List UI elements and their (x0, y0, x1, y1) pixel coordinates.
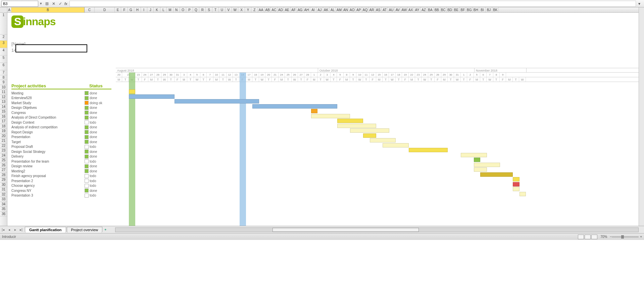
row-header-28[interactable]: 28 (0, 173, 7, 178)
row-header-15[interactable]: 15 (0, 109, 7, 114)
row-header-13[interactable]: 13 (0, 99, 7, 105)
sheet-tab[interactable]: Gantt planification (25, 227, 66, 233)
col-header-AN[interactable]: AN (343, 7, 349, 12)
row-header-21[interactable]: 21 (0, 138, 7, 143)
row-header-26[interactable]: 26 (0, 163, 7, 168)
activity-row[interactable]: Analysis of Direct Competitiondone (11, 115, 111, 120)
row-header-23[interactable]: 23 (0, 148, 7, 153)
col-header-BA[interactable]: BA (427, 7, 434, 12)
activity-row[interactable]: Meeting2done (11, 169, 111, 174)
activity-row[interactable]: Presentation 2todo (11, 178, 111, 183)
col-header-AG[interactable]: AG (297, 7, 303, 12)
hscroll-thumb[interactable] (273, 228, 419, 232)
gantt-bar[interactable] (252, 104, 337, 109)
activity-row[interactable]: Market Studydoing ok (11, 100, 111, 106)
row-header-6[interactable]: 6 (0, 63, 7, 70)
col-header-AH[interactable]: AH (303, 7, 310, 12)
col-header-BE[interactable]: BE (453, 7, 459, 12)
col-header-AY[interactable]: AY (414, 7, 420, 12)
col-header-BC[interactable]: BC (440, 7, 447, 12)
formula-expand-icon[interactable]: ▾ (636, 1, 643, 6)
activity-row[interactable]: Enterview528done (11, 96, 111, 101)
name-box[interactable]: B3 (1, 1, 38, 7)
tab-nav-3[interactable]: ▸| (18, 228, 24, 232)
row-header-4[interactable]: 4 (0, 48, 7, 55)
vertical-scrollbar[interactable] (639, 7, 644, 226)
accept-icon[interactable]: ✓ (57, 1, 64, 6)
col-header-AS[interactable]: AS (375, 7, 382, 12)
col-header-AC[interactable]: AC (271, 7, 277, 12)
col-header-S[interactable]: S (206, 7, 212, 12)
zoom-in-icon[interactable]: + (640, 235, 642, 239)
gantt-bar[interactable] (175, 99, 259, 103)
activity-row[interactable]: Analysis of indirect competitiondone (11, 125, 111, 130)
activity-row[interactable]: Design Contexttodo (11, 120, 111, 125)
row-header-1[interactable]: 1 (0, 13, 7, 35)
activity-row[interactable]: Choose agencytodo (11, 183, 111, 189)
name-box-dropdown-icon[interactable]: ▾ (38, 1, 44, 6)
row-header-14[interactable]: 14 (0, 105, 7, 110)
activity-row[interactable]: Meetingdone (11, 91, 111, 96)
row-header-33[interactable]: 33 (0, 197, 7, 202)
row-header-16[interactable]: 16 (0, 114, 7, 119)
add-sheet-icon[interactable]: ✦ (102, 228, 108, 232)
row-header-2[interactable]: 2 (0, 35, 7, 41)
row-header-19[interactable]: 19 (0, 129, 7, 134)
gantt-bar[interactable] (350, 128, 389, 133)
row-header-7[interactable]: 7 (0, 70, 7, 75)
col-header-AP[interactable]: AP (355, 7, 362, 12)
activity-row[interactable]: Congress NYdone (11, 188, 111, 193)
activity-row[interactable]: Deliverydone (11, 154, 111, 159)
col-header-AV[interactable]: AV (395, 7, 401, 12)
row-header-29[interactable]: 29 (0, 177, 7, 182)
activity-row[interactable]: Presentation for the teamtodo (11, 159, 111, 164)
row-header-5[interactable]: 5 (0, 55, 7, 63)
col-header-AK[interactable]: AK (323, 7, 330, 12)
activity-row[interactable]: Presentation 3todo (11, 193, 111, 198)
col-header-Q[interactable]: Q (193, 7, 199, 12)
col-header-BJ[interactable]: BJ (486, 7, 492, 12)
gantt-bar[interactable] (513, 177, 519, 181)
row-header-17[interactable]: 17 (0, 119, 7, 124)
row-header-36[interactable]: 36 (0, 212, 7, 217)
row-header-30[interactable]: 30 (0, 182, 7, 187)
row-header-9[interactable]: 9 (0, 80, 7, 85)
col-header-M[interactable]: M (167, 7, 173, 12)
gantt-bar[interactable] (383, 143, 409, 148)
col-header-AL[interactable]: AL (330, 7, 336, 12)
col-header-AM[interactable]: AM (336, 7, 342, 12)
activity-row[interactable]: Finish agency proposaltodo (11, 174, 111, 179)
gantt-bar[interactable] (311, 109, 317, 113)
sheet-tab[interactable]: Project overview (67, 227, 103, 233)
gantt-bar[interactable] (474, 163, 500, 167)
cell-range-icon[interactable]: ⊞ (44, 1, 50, 6)
col-header-BK[interactable]: BK (492, 7, 499, 12)
formula-input[interactable] (69, 1, 636, 7)
row-header-18[interactable]: 18 (0, 124, 7, 129)
activity-row[interactable]: Presentationdone (11, 135, 111, 140)
view-break-icon[interactable] (591, 235, 597, 239)
col-header-F[interactable]: F (121, 7, 128, 12)
col-header-E[interactable]: E (115, 7, 121, 12)
col-header-AR[interactable]: AR (368, 7, 375, 12)
col-header-P[interactable]: P (186, 7, 193, 12)
activity-row[interactable]: Targetdone (11, 139, 111, 144)
select-all-corner[interactable] (0, 7, 7, 13)
col-header-D[interactable]: D (95, 7, 115, 12)
col-header-Y[interactable]: Y (245, 7, 251, 12)
gantt-bar[interactable] (129, 89, 135, 94)
col-header-B[interactable]: B (11, 7, 85, 12)
tab-nav-1[interactable]: ◂ (6, 228, 12, 232)
col-header-AX[interactable]: AX (408, 7, 414, 12)
gantt-bar[interactable] (409, 148, 448, 152)
col-header-Z[interactable]: Z (251, 7, 258, 12)
col-header-N[interactable]: N (174, 7, 180, 12)
view-normal-icon[interactable] (578, 235, 584, 239)
col-header-X[interactable]: X (238, 7, 245, 12)
row-header-24[interactable]: 24 (0, 153, 7, 158)
row-header-34[interactable]: 34 (0, 202, 7, 207)
col-header-A[interactable]: A (7, 7, 11, 12)
gantt-bar[interactable] (519, 192, 526, 196)
row-header-20[interactable]: 20 (0, 134, 7, 139)
col-header-O[interactable]: O (180, 7, 186, 12)
